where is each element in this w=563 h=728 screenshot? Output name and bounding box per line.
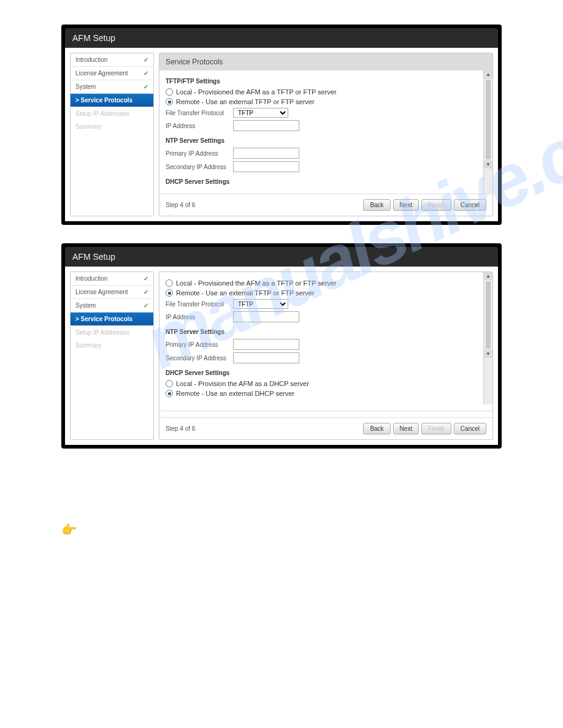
radio-icon	[166, 88, 173, 96]
ftp-select[interactable]: TFTP	[233, 108, 288, 118]
sidebar-item-introduction[interactable]: Introduction✓	[71, 53, 153, 67]
scroll-down-icon[interactable]: ▼	[484, 350, 492, 358]
ip-input[interactable]	[233, 311, 299, 322]
sidebar-item-service-protocols[interactable]: > Service Protocols	[71, 94, 153, 107]
tftp-section-header: TFTP/FTP Settings	[166, 78, 477, 85]
ip-label: IP Address	[166, 314, 233, 320]
check-icon: ✓	[144, 83, 148, 90]
radio-icon	[166, 380, 173, 387]
wizard-sidebar: Introduction✓ License Agreement✓ System✓…	[70, 53, 154, 216]
sidebar-item-license[interactable]: License Agreement✓	[71, 286, 153, 299]
back-button[interactable]: Back	[363, 199, 390, 211]
radio-icon	[166, 279, 173, 287]
ftp-select[interactable]: TFTP	[233, 299, 288, 309]
dhcp-section-header: DHCP Server Settings	[166, 178, 477, 185]
ntp-section-header: NTP Server Settings	[166, 137, 477, 144]
radio-local[interactable]: Local - Provisioned the AFM as a TFTP or…	[166, 279, 477, 287]
wizard-sidebar: Introduction✓ License Agreement✓ System✓…	[70, 271, 154, 440]
sidebar-item-summary: Summary	[71, 339, 153, 352]
sidebar-item-system[interactable]: System✓	[71, 299, 153, 313]
sidebar-item-introduction[interactable]: Introduction✓	[71, 272, 153, 286]
finish-button: Finish	[421, 423, 451, 434]
check-icon: ✓	[144, 56, 148, 63]
cancel-button[interactable]: Cancel	[454, 423, 486, 434]
scrollbar[interactable]: ▲▼	[483, 70, 492, 194]
ip-label: IP Address	[166, 123, 233, 129]
window-title: AFM Setup	[65, 28, 498, 48]
sidebar-item-service-protocols[interactable]: > Service Protocols	[71, 313, 153, 326]
step-label: Step 4 of 6	[166, 425, 361, 432]
back-button[interactable]: Back	[363, 423, 390, 434]
radio-icon-selected	[166, 390, 173, 397]
sidebar-item-setup-ip: Setup IP Addresses	[71, 107, 153, 120]
primary-ip-label: Primary IP Address	[166, 341, 233, 348]
scroll-up-icon[interactable]: ▲	[484, 272, 492, 280]
ntp-section-header: NTP Server Settings	[166, 328, 477, 335]
dhcp-section-header: DHCP Server Settings	[166, 370, 477, 376]
check-icon: ✓	[144, 275, 148, 282]
scroll-down-icon[interactable]: ▼	[484, 161, 492, 169]
radio-dhcp-remote[interactable]: Remote - Use an external DHCP server	[166, 390, 477, 397]
divider	[159, 411, 492, 411]
pointing-hand-icon: 👉	[61, 523, 77, 536]
ftp-label: File Transfer Protocol	[166, 301, 233, 308]
cancel-button[interactable]: Cancel	[454, 199, 486, 211]
check-icon: ✓	[144, 302, 148, 309]
radio-remote[interactable]: Remote - Use an external TFTP or FTP ser…	[166, 289, 477, 297]
primary-ip-label: Primary IP Address	[166, 150, 233, 157]
panel-title: Service Protocols	[159, 53, 492, 70]
secondary-ip-input[interactable]	[233, 352, 299, 363]
primary-ip-input[interactable]	[233, 148, 299, 159]
afm-setup-window-2: AFM Setup Introduction✓ License Agreemen…	[61, 243, 502, 449]
radio-remote[interactable]: Remote - Use an external TFTP or FTP ser…	[166, 98, 477, 105]
ftp-label: File Transfer Protocol	[166, 110, 233, 116]
secondary-ip-label: Secondary IP Address	[166, 355, 233, 362]
primary-ip-input[interactable]	[233, 339, 299, 350]
secondary-ip-label: Secondary IP Address	[166, 164, 233, 170]
sidebar-item-summary: Summary	[71, 120, 153, 133]
radio-icon-selected	[166, 98, 173, 105]
next-button[interactable]: Next	[393, 423, 419, 434]
window-title: AFM Setup	[65, 247, 498, 267]
next-button[interactable]: Next	[393, 199, 419, 211]
radio-icon-selected	[166, 289, 173, 297]
sidebar-item-setup-ip: Setup IP Addresses	[71, 326, 153, 339]
sidebar-item-license[interactable]: License Agreement✓	[71, 67, 153, 80]
scroll-thumb[interactable]	[486, 80, 491, 159]
secondary-ip-input[interactable]	[233, 161, 299, 172]
step-label: Step 4 of 6	[166, 202, 361, 208]
scrollbar[interactable]: ▲▼	[483, 272, 492, 404]
radio-dhcp-local[interactable]: Local - Provision the AFM as a DHCP serv…	[166, 380, 477, 387]
check-icon: ✓	[144, 70, 148, 77]
ip-input[interactable]	[233, 120, 299, 131]
check-icon: ✓	[144, 289, 148, 295]
afm-setup-window-1: AFM Setup Introduction✓ License Agreemen…	[61, 25, 502, 225]
radio-local[interactable]: Local - Provisioned the AFM as a TFTP or…	[166, 88, 477, 96]
sidebar-item-system[interactable]: System✓	[71, 80, 153, 94]
finish-button: Finish	[421, 199, 451, 211]
scroll-up-icon[interactable]: ▲	[484, 70, 492, 78]
scroll-thumb[interactable]	[486, 281, 491, 349]
